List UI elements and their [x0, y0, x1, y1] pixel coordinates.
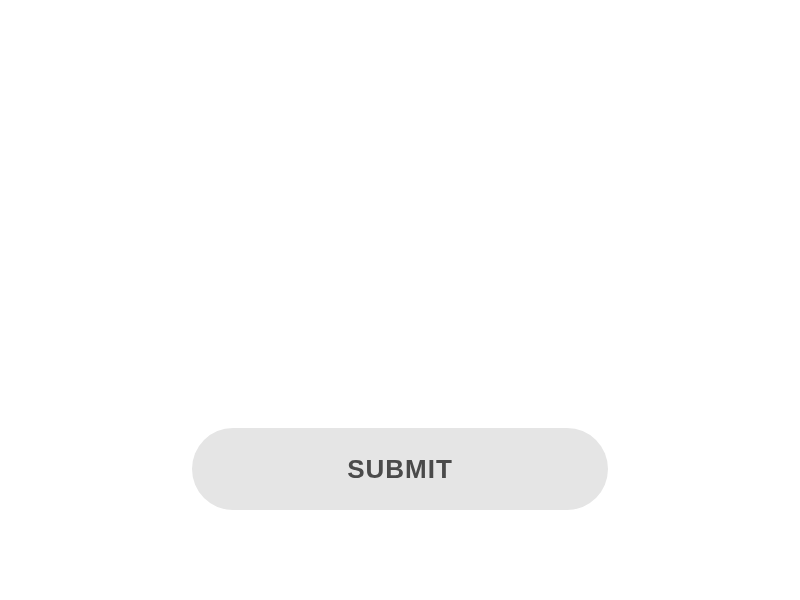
submit-button-label: SUBMIT [347, 454, 453, 485]
submit-button[interactable]: SUBMIT [192, 428, 608, 510]
